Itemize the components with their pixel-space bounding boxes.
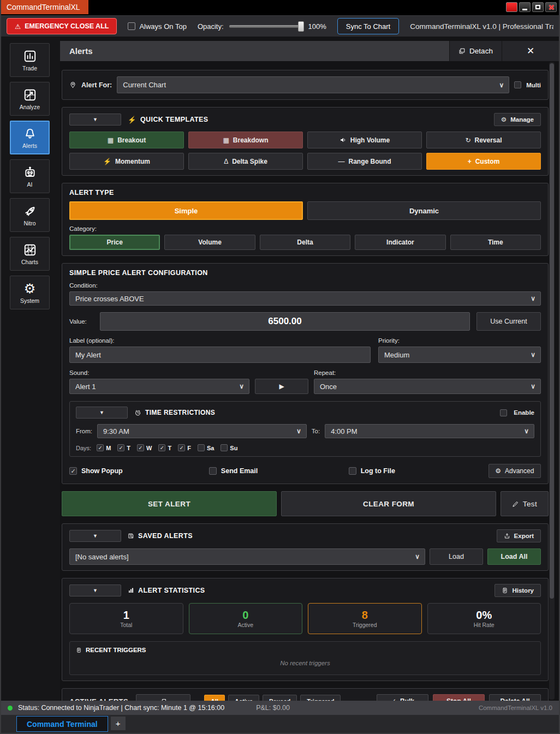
- always-on-top-checkbox[interactable]: [128, 22, 135, 30]
- day-checkbox-wed[interactable]: ✓: [137, 444, 144, 451]
- test-button[interactable]: Test: [501, 491, 549, 516]
- window-close-button[interactable]: [545, 2, 557, 12]
- collapse-icon: ▼: [93, 117, 98, 122]
- template-breakout-button[interactable]: ▦Breakout: [69, 132, 184, 148]
- day-checkbox-thu[interactable]: ✓: [158, 444, 165, 451]
- from-select[interactable]: 9:30 AM ∨: [97, 424, 307, 438]
- manage-templates-button[interactable]: ⚙ Manage: [494, 113, 541, 126]
- chevron-down-icon: ∨: [239, 383, 244, 390]
- sidebar-item-analyze[interactable]: Analyze: [10, 82, 50, 116]
- scrollbar-thumb[interactable]: [550, 63, 554, 599]
- alert-for-select[interactable]: Current Chart ∨: [117, 76, 509, 93]
- enable-checkbox[interactable]: [500, 409, 507, 416]
- opacity-value: 100%: [308, 22, 326, 31]
- export-button[interactable]: Export: [497, 529, 541, 542]
- template-reversal-button[interactable]: ↻Reversal: [426, 132, 541, 148]
- template-range-bound-button[interactable]: —Range Bound: [307, 153, 422, 170]
- tab-simple[interactable]: Simple: [69, 201, 303, 220]
- template-breakdown-button[interactable]: ▦Breakdown: [188, 132, 303, 148]
- chevron-down-icon: ∨: [415, 553, 420, 560]
- to-select[interactable]: 4:00 PM ∨: [325, 424, 534, 438]
- filter-all-button[interactable]: All: [204, 695, 225, 701]
- filter-triggered-button[interactable]: Triggered: [300, 695, 341, 701]
- sidebar-item-nitro[interactable]: Nitro: [10, 198, 50, 232]
- condition-select[interactable]: Price crosses ABOVE ∨: [69, 291, 541, 306]
- chart-icon: ▦: [108, 136, 114, 144]
- sound-label: Sound:: [69, 369, 249, 376]
- value-input[interactable]: [100, 312, 470, 331]
- sidebar-item-charts[interactable]: Charts: [10, 237, 50, 271]
- floppy-icon: [128, 533, 134, 539]
- use-current-button[interactable]: Use Current: [476, 312, 541, 331]
- day-checkbox-tue[interactable]: ✓: [117, 444, 124, 451]
- day-checkbox-sat[interactable]: [198, 444, 205, 451]
- tab-dynamic[interactable]: Dynamic: [307, 201, 541, 220]
- saved-alerts-collapse-button[interactable]: ▼: [69, 530, 121, 542]
- sound-select[interactable]: Alert 1 ∨: [69, 379, 249, 394]
- quick-templates-collapse-button[interactable]: ▼: [69, 114, 121, 126]
- add-tab-button[interactable]: +: [111, 717, 126, 730]
- sidebar-item-ai[interactable]: AI: [10, 159, 50, 193]
- stat-card-hit-rate: 0% Hit Rate: [427, 603, 541, 634]
- sidebar-item-alerts[interactable]: Alerts: [10, 121, 50, 154]
- sync-to-chart-button[interactable]: Sync To Chart: [337, 18, 399, 34]
- bulk-button[interactable]: ✓Bulk: [377, 694, 428, 701]
- sidebar-item-system[interactable]: ⚙ System: [10, 276, 50, 309]
- template-custom-button[interactable]: +Custom: [426, 153, 541, 170]
- category-delta-button[interactable]: Delta: [260, 235, 350, 250]
- window-minimize-button[interactable]: [519, 2, 531, 12]
- reversal-icon: ↻: [465, 136, 470, 144]
- statistics-collapse-button[interactable]: ▼: [69, 584, 121, 596]
- duplicate-button[interactable]: [136, 694, 190, 701]
- history-button[interactable]: History: [495, 584, 541, 597]
- load-all-button[interactable]: Load All: [487, 548, 541, 565]
- multi-label: Multi: [526, 82, 541, 88]
- vertical-scrollbar[interactable]: [549, 62, 555, 700]
- emergency-close-all-button[interactable]: ⚠ EMERGENCY CLOSE ALL: [7, 18, 117, 34]
- window-maximize-button[interactable]: [532, 2, 544, 12]
- priority-select[interactable]: Medium ∨: [378, 347, 541, 363]
- minimize-icon: [522, 9, 527, 10]
- advanced-button[interactable]: ⚙ Advanced: [488, 464, 541, 478]
- repeat-select[interactable]: Once ∨: [314, 379, 541, 394]
- template-momentum-button[interactable]: ⚡Momentum: [69, 153, 184, 170]
- clear-form-button[interactable]: CLEAR FORM: [281, 491, 496, 516]
- category-price-button[interactable]: Price: [69, 235, 160, 250]
- template-high-volume-button[interactable]: High Volume: [307, 132, 422, 148]
- template-delta-spike-button[interactable]: ΔDelta Spike: [188, 153, 303, 170]
- load-button[interactable]: Load: [430, 548, 483, 565]
- delete-all-button[interactable]: Delete All: [489, 694, 541, 701]
- dash-icon: —: [338, 158, 345, 165]
- opacity-slider-thumb[interactable]: [298, 21, 304, 32]
- time-restrictions-panel: ▼ TIME RESTRICTIONS Enable From:: [69, 401, 541, 457]
- category-indicator-button[interactable]: Indicator: [355, 235, 445, 250]
- stop-all-button[interactable]: Stop All: [433, 694, 485, 701]
- day-checkbox-fri[interactable]: ✓: [178, 444, 185, 451]
- page-title: Alerts: [60, 46, 449, 56]
- chart-icon: ▦: [223, 136, 229, 144]
- play-sound-button[interactable]: ▶: [255, 379, 308, 394]
- multi-checkbox[interactable]: [514, 81, 521, 88]
- sidebar-item-trade[interactable]: Trade: [10, 43, 50, 77]
- alarm-clock-icon: [134, 409, 141, 416]
- window-accent-button[interactable]: [506, 2, 517, 12]
- days-label: Days:: [76, 445, 91, 451]
- panel-close-button[interactable]: ✕: [502, 41, 559, 61]
- time-restrictions-collapse-button[interactable]: ▼: [76, 407, 128, 419]
- set-alert-button[interactable]: SET ALERT: [62, 491, 277, 516]
- filter-paused-button[interactable]: Paused: [263, 695, 297, 701]
- category-volume-button[interactable]: Volume: [164, 235, 255, 250]
- saved-alerts-select[interactable]: [No saved alerts] ∨: [69, 548, 425, 565]
- send-email-checkbox[interactable]: [209, 467, 217, 475]
- show-popup-checkbox[interactable]: ✓: [69, 467, 77, 475]
- tab-command-terminal[interactable]: Command Terminal: [16, 716, 108, 732]
- alert-label-input[interactable]: [69, 347, 371, 363]
- day-checkbox-sun[interactable]: [221, 444, 228, 451]
- log-to-file-checkbox[interactable]: [349, 467, 356, 475]
- category-label: Category:: [69, 225, 541, 232]
- filter-active-button[interactable]: Active: [228, 695, 259, 701]
- category-time-button[interactable]: Time: [450, 235, 541, 250]
- day-checkbox-mon[interactable]: ✓: [97, 444, 104, 451]
- detach-button[interactable]: Detach: [449, 41, 502, 61]
- opacity-slider[interactable]: [229, 25, 303, 28]
